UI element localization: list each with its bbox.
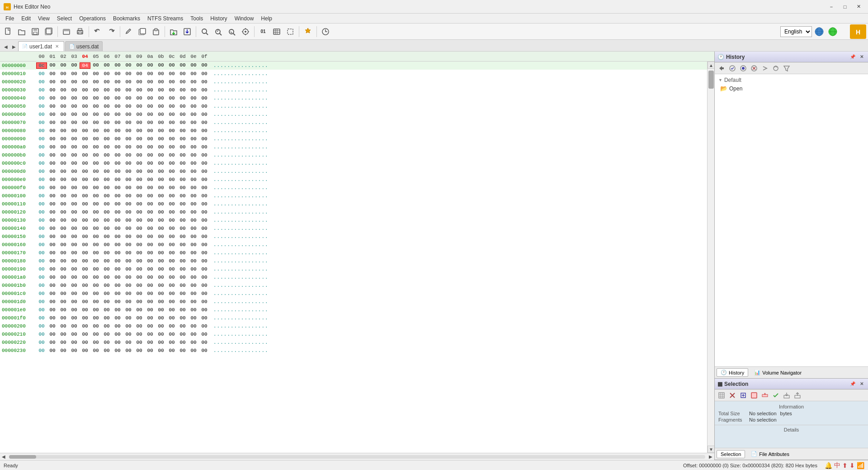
hex-byte[interactable]: 00 [166, 315, 177, 321]
hex-byte[interactable]: 00 [145, 193, 156, 199]
hex-byte[interactable]: 00 [69, 152, 80, 158]
hex-byte[interactable]: 00 [145, 185, 156, 190]
history-default-item[interactable]: ▼ Default [717, 76, 866, 84]
hex-byte[interactable]: 00 [58, 71, 69, 76]
hex-byte[interactable]: 00 [90, 275, 101, 280]
hscroll-track[interactable] [9, 455, 705, 459]
hex-byte[interactable]: 00 [36, 283, 47, 288]
hex-byte[interactable]: 00 [58, 258, 69, 264]
hex-byte[interactable]: 00 [145, 258, 156, 264]
hex-byte[interactable]: 00 [47, 323, 58, 329]
hex-byte[interactable]: 00 [134, 242, 145, 247]
hex-byte[interactable]: 00 [112, 62, 123, 69]
hex-byte[interactable]: 00 [188, 291, 199, 296]
hex-byte[interactable]: 00 [134, 299, 145, 304]
hex-byte[interactable]: 00 [188, 275, 199, 280]
hex-byte[interactable]: 00 [166, 234, 177, 239]
hex-byte[interactable]: 00 [188, 201, 199, 207]
hex-byte[interactable]: 00 [156, 242, 166, 247]
hex-byte[interactable]: 00 [134, 275, 145, 280]
hex-byte[interactable]: 00 [199, 112, 210, 117]
status-icon-1[interactable]: 🔔 [825, 462, 832, 469]
hex-byte[interactable]: 00 [134, 104, 145, 109]
hex-byte[interactable]: 00 [58, 144, 69, 150]
hex-byte[interactable]: 00 [199, 71, 210, 76]
hex-byte[interactable]: 00 [36, 323, 47, 329]
hex-byte[interactable]: 00 [177, 218, 188, 223]
maximize-button[interactable]: □ [839, 2, 851, 11]
hex-byte[interactable]: 00 [199, 152, 210, 158]
hex-byte[interactable]: 00 [101, 144, 112, 150]
hex-byte[interactable]: 00 [101, 71, 112, 76]
hex-byte[interactable]: 00 [145, 275, 156, 280]
hex-byte[interactable]: 00 [123, 185, 134, 190]
hex-byte[interactable]: 00 [101, 177, 112, 182]
hex-byte[interactable]: 00 [112, 161, 123, 166]
hex-byte[interactable]: 00 [58, 348, 69, 353]
hex-byte[interactable]: 00 [58, 169, 69, 174]
hex-byte[interactable]: 00 [36, 299, 47, 304]
hex-byte[interactable]: 00 [47, 177, 58, 182]
hex-byte[interactable]: 00 [177, 144, 188, 150]
hex-byte[interactable]: 00 [188, 120, 199, 125]
hex-byte[interactable]: 00 [80, 218, 90, 223]
menu-item-ntfs streams[interactable]: NTFS Streams [144, 14, 187, 23]
hex-byte[interactable]: 00 [134, 348, 145, 353]
hex-byte[interactable]: 00 [47, 234, 58, 239]
hex-byte[interactable]: 00 [123, 112, 134, 117]
hex-byte[interactable]: 00 [80, 291, 90, 296]
hex-byte[interactable]: 00 [47, 193, 58, 199]
hex-byte[interactable]: 00 [123, 250, 134, 256]
hex-byte[interactable]: 00 [177, 120, 188, 125]
hex-byte[interactable]: 00 [145, 226, 156, 231]
hex-byte[interactable]: 00 [188, 128, 199, 133]
hex-byte[interactable]: 00 [188, 193, 199, 199]
hex-byte[interactable]: 00 [36, 161, 47, 166]
hex-byte[interactable]: 00 [36, 315, 47, 321]
hex-byte[interactable]: 00 [134, 307, 145, 313]
hex-byte[interactable]: 00 [134, 291, 145, 296]
hex-byte[interactable]: 00 [112, 299, 123, 304]
hex-byte[interactable]: 00 [166, 323, 177, 329]
hex-byte[interactable]: 00 [188, 218, 199, 223]
hex-byte[interactable]: 00 [58, 79, 69, 85]
hex-byte[interactable]: 00 [90, 169, 101, 174]
hex-byte[interactable]: 00 [90, 136, 101, 142]
hex-byte[interactable]: 00 [80, 79, 90, 85]
hex-byte[interactable]: 00 [80, 144, 90, 150]
hex-byte[interactable]: 00 [145, 234, 156, 239]
hex-byte[interactable]: 00 [177, 128, 188, 133]
hex-byte[interactable]: 00 [36, 332, 47, 337]
hex-byte[interactable]: 00 [36, 226, 47, 231]
hex-byte[interactable]: 00 [177, 152, 188, 158]
hex-byte[interactable]: 00 [90, 62, 101, 69]
hex-byte[interactable]: 00 [123, 332, 134, 337]
hex-byte[interactable]: 00 [101, 340, 112, 345]
hex-byte[interactable]: 00 [101, 201, 112, 207]
hex-byte[interactable]: 00 [90, 87, 101, 93]
history-check-btn[interactable] [738, 63, 748, 73]
hex-byte[interactable]: 00 [134, 161, 145, 166]
hex-byte[interactable]: 00 [156, 71, 166, 76]
hex-byte[interactable]: 00 [134, 71, 145, 76]
hex-byte[interactable]: 00 [123, 87, 134, 93]
hex-byte[interactable]: 00 [166, 136, 177, 142]
hex-byte[interactable]: 00 [47, 95, 58, 101]
hex-byte[interactable]: 00 [188, 348, 199, 353]
hex-byte[interactable]: 00 [177, 87, 188, 93]
hex-byte[interactable]: 00 [123, 348, 134, 353]
hex-byte[interactable]: 00 [177, 332, 188, 337]
hex-byte[interactable]: 00 [80, 136, 90, 142]
hex-byte[interactable]: 00 [156, 152, 166, 158]
hex-byte[interactable]: 00 [90, 266, 101, 272]
menu-item-history[interactable]: History [207, 14, 231, 23]
hex-byte[interactable]: 00 [156, 193, 166, 199]
hex-byte[interactable]: 00 [166, 340, 177, 345]
save-all-button[interactable] [42, 25, 55, 38]
hex-byte[interactable]: 00 [80, 87, 90, 93]
hex-byte[interactable]: 00 [156, 218, 166, 223]
find-next-button[interactable] [226, 25, 238, 38]
hex-byte[interactable]: 00 [145, 291, 156, 296]
hex-byte[interactable]: 00 [112, 250, 123, 256]
hex-byte[interactable]: 00 [58, 332, 69, 337]
